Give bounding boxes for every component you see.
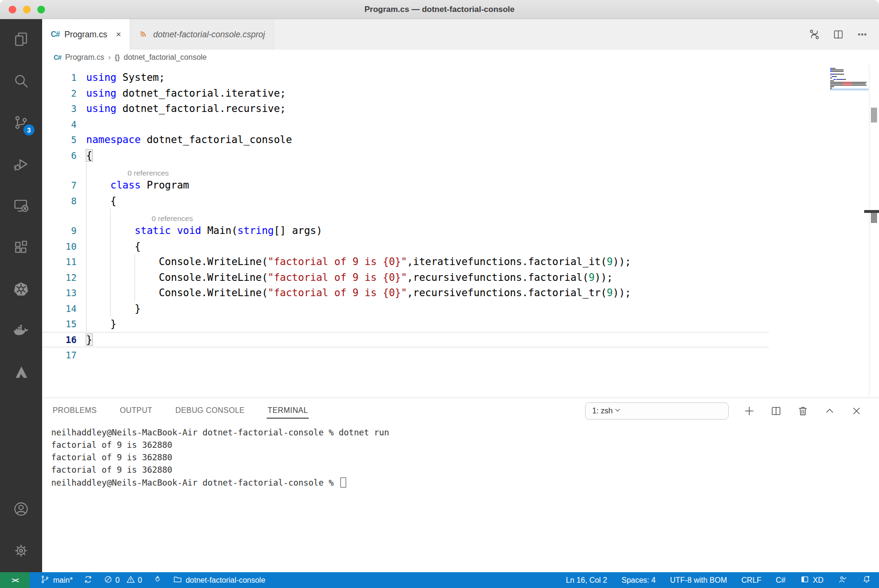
sync-status[interactable]	[83, 575, 93, 586]
split-terminal-button[interactable]	[770, 405, 782, 417]
code-line-17[interactable]: 17	[42, 347, 879, 363]
terminal-output[interactable]: neilhaddley@Neils-MacBook-Air dotnet-fac…	[42, 424, 879, 572]
window-zoom-button[interactable]	[37, 6, 45, 13]
code-line-4[interactable]: 4	[42, 117, 879, 133]
status-bar: >< main* 0 0 dotnet-factorial-console	[0, 572, 879, 588]
settings-button[interactable]	[0, 531, 42, 572]
code-text: using System;	[77, 72, 165, 83]
line-number: 11	[42, 256, 77, 267]
terminal-select[interactable]: 1: zsh	[585, 402, 729, 420]
editor-scrollbar	[869, 65, 879, 398]
panel-tab-debug-console[interactable]: DEBUG CONSOLE	[174, 403, 246, 419]
code-editor[interactable]: 1using System;2using dotnet_factorial.it…	[42, 65, 879, 398]
csproj-file-icon	[139, 29, 148, 41]
code-line-9[interactable]: 9 static void Main(string[] args)	[42, 223, 879, 239]
code-line-10[interactable]: 10 {	[42, 239, 879, 255]
window-close-button[interactable]	[9, 6, 16, 13]
branch-status[interactable]: main*	[40, 575, 73, 586]
tab-label: dotnet-factorial-console.csproj	[153, 30, 265, 40]
scrollbar-decoration[interactable]	[871, 213, 877, 223]
chevron-down-icon	[613, 405, 622, 417]
code-line-7[interactable]: 7 class Program	[42, 178, 879, 193]
gitlens-status[interactable]	[153, 575, 162, 586]
code-line-12[interactable]: 12 Console.WriteLine("factorial of 9 is …	[42, 270, 879, 286]
cursor-position-status[interactable]: Ln 16, Col 2	[566, 576, 607, 585]
code-line-16[interactable]: 16}	[42, 332, 769, 348]
activity-bar: 3	[0, 19, 42, 572]
layout-status[interactable]: XD	[800, 575, 823, 586]
terminal-line: neilhaddley@Neils-MacBook-Air dotnet-fac…	[51, 428, 879, 440]
code-line-11[interactable]: 11 Console.WriteLine("factorial of 9 is …	[42, 254, 879, 270]
workspace-status[interactable]: dotnet-factorial-console	[173, 575, 265, 586]
sidebar-item-source-control[interactable]: 3	[0, 102, 42, 144]
sidebar-item-search[interactable]	[0, 61, 42, 102]
kill-terminal-button[interactable]	[797, 405, 809, 417]
open-changes-button[interactable]	[808, 28, 821, 41]
panel-tab-output[interactable]: OUTPUT	[119, 403, 153, 419]
line-number: 9	[42, 225, 77, 236]
indentation-status[interactable]: Spaces: 4	[621, 576, 655, 585]
maximize-panel-button[interactable]	[823, 405, 836, 417]
sidebar-item-remote-explorer[interactable]	[0, 186, 42, 227]
symbol-namespace-icon: {}	[114, 54, 120, 61]
breadcrumb-file[interactable]: Program.cs	[65, 53, 104, 62]
breadcrumb-symbol[interactable]: dotnet_factorial_console	[124, 53, 206, 62]
codelens-references[interactable]: 0 references	[42, 169, 169, 178]
error-icon	[103, 575, 113, 586]
panel-tab-problems[interactable]: PROBLEMS	[52, 403, 98, 419]
code-line-14[interactable]: 14 }	[42, 301, 879, 317]
encoding-status[interactable]: UTF-8 with BOM	[670, 576, 727, 585]
code-line-8[interactable]: 8 {	[42, 193, 879, 209]
close-panel-button[interactable]	[850, 405, 863, 417]
kubernetes-icon	[12, 280, 30, 300]
window-minimize-button[interactable]	[23, 6, 31, 13]
split-editor-button[interactable]	[832, 28, 845, 41]
feedback-status[interactable]	[838, 575, 847, 586]
panel-tab-terminal[interactable]: TERMINAL	[267, 403, 309, 419]
code-text: }	[77, 334, 92, 345]
code-line-5[interactable]: 5namespace dotnet_factorial_console	[42, 132, 879, 148]
sidebar-item-run-debug[interactable]	[0, 144, 42, 186]
line-number: 7	[42, 180, 77, 190]
new-terminal-button[interactable]	[743, 405, 755, 417]
terminal-line: neilhaddley@Neils-MacBook-Air dotnet-fac…	[51, 477, 879, 490]
code-line-6[interactable]: 6{	[42, 148, 879, 164]
eol-status[interactable]: CRLF	[742, 576, 762, 585]
line-number: 5	[42, 134, 77, 145]
line-number: 12	[42, 272, 77, 283]
codelens-references[interactable]: 0 references	[42, 214, 193, 223]
code-line-15[interactable]: 15 }	[42, 316, 879, 332]
csharp-file-icon: C#	[54, 54, 61, 61]
account-icon	[12, 500, 30, 520]
code-line-2[interactable]: 2using dotnet_factorial.iterative;	[42, 86, 879, 101]
accounts-button[interactable]	[0, 489, 42, 531]
code-line-3[interactable]: 3using dotnet_factorial.recursive;	[42, 101, 879, 117]
language-mode-status[interactable]: C#	[776, 576, 785, 585]
code-line-13[interactable]: 13 Console.WriteLine("factorial of 9 is …	[42, 285, 879, 301]
problems-status[interactable]: 0 0	[103, 575, 142, 586]
minimap[interactable]	[830, 68, 868, 188]
code-text: Console.WriteLine("factorial of 9 is {0}…	[77, 272, 613, 283]
tab-csproj[interactable]: dotnet-factorial-console.csproj	[130, 19, 274, 50]
warning-icon	[126, 575, 135, 586]
source-control-badge: 3	[23, 124, 34, 135]
sidebar-item-azure[interactable]	[0, 352, 42, 394]
scrollbar-thumb[interactable]	[871, 108, 877, 122]
more-actions-button[interactable]	[856, 28, 868, 41]
search-icon	[12, 72, 30, 91]
sidebar-item-docker[interactable]	[0, 311, 42, 352]
sidebar-item-kubernetes[interactable]	[0, 269, 42, 311]
flame-icon	[153, 575, 162, 586]
git-branch-icon	[40, 575, 50, 586]
code-line-1[interactable]: 1using System;	[42, 70, 879, 86]
sidebar-item-extensions[interactable]	[0, 227, 42, 269]
sidebar-item-explorer[interactable]	[0, 19, 42, 61]
bell-icon	[862, 575, 871, 586]
notifications-status[interactable]	[862, 575, 871, 586]
tab-label: Program.cs	[64, 30, 107, 40]
code-text: class Program	[77, 179, 189, 191]
remote-indicator[interactable]: ><	[0, 572, 30, 588]
close-tab-icon[interactable]: ×	[116, 29, 121, 40]
tab-program-cs[interactable]: C# Program.cs ×	[42, 19, 130, 50]
line-number: 13	[42, 288, 77, 298]
